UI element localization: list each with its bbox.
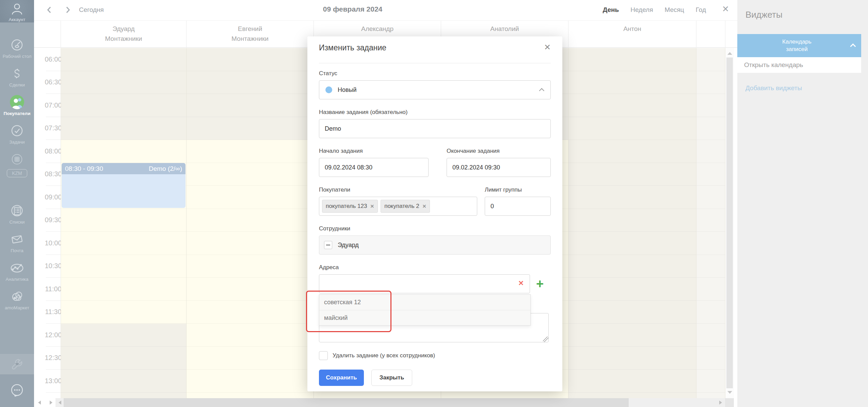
add-address-icon[interactable]: + [536,279,544,289]
pager-right-icon[interactable] [50,401,52,405]
address-input[interactable] [319,274,530,293]
sidebar-item-mail[interactable]: Почта [0,228,34,257]
sidebar-item-analytics[interactable]: Аналитика [0,257,34,286]
remove-employee-checkbox[interactable] [324,241,332,249]
calendar-cell[interactable] [187,324,314,347]
collapse-chevron-up-icon[interactable] [846,44,861,48]
calendar-cell[interactable] [61,232,186,255]
view-tab-Год[interactable]: Год [696,6,706,14]
cancel-button[interactable]: Закрыть [371,370,412,386]
calendar-cell[interactable] [187,209,314,232]
calendar-cell[interactable] [61,48,186,71]
sidebar-item-amomarket[interactable]: amoМаркет [0,286,34,314]
sidebar-item-deals[interactable]: Сделки [0,63,34,91]
calendar-cell[interactable] [568,393,696,398]
calendar-cell[interactable] [61,324,186,347]
sidebar-item-customers[interactable]: Покупатели [0,91,34,120]
calendar-cell[interactable] [568,278,696,301]
calendar-cell[interactable] [568,209,696,232]
calendar-cell[interactable] [187,48,314,71]
calendar-cell[interactable] [187,140,314,163]
widget-calendar-card-header[interactable]: Календарь записей [737,34,861,57]
scroll-left-icon[interactable] [59,401,61,405]
calendar-event[interactable]: 08:30 - 09:30 Demo (2/∞) [62,163,186,208]
calendar-cell[interactable] [568,48,696,71]
calendar-cell[interactable] [61,255,186,278]
clear-address-icon[interactable]: ✕ [518,280,524,287]
calendar-cell[interactable] [61,209,186,232]
task-name-input[interactable] [319,119,551,138]
calendar-cell[interactable] [187,232,314,255]
group-limit-input[interactable] [485,197,551,216]
sidebar-item-support-chat[interactable] [0,374,34,407]
calendar-cell[interactable] [61,117,186,140]
vertical-scroll-thumb[interactable] [726,58,733,388]
pager-left-icon[interactable] [38,401,41,405]
delete-task-checkbox[interactable] [319,351,328,360]
address-option[interactable]: майский [319,310,530,325]
status-select[interactable]: Новый [319,80,551,99]
calendar-cell[interactable] [568,71,696,94]
calendar-cell[interactable] [568,324,696,347]
calendar-cell[interactable] [568,255,696,278]
scroll-right-icon[interactable] [719,401,722,405]
sidebar-item-settings[interactable] [0,354,34,374]
sidebar-item-kzm[interactable]: KZM [0,148,34,181]
save-button[interactable]: Сохранить [319,370,364,386]
calendar-cell[interactable] [187,163,314,186]
calendar-cell[interactable] [61,370,186,393]
close-calendar-icon[interactable]: ✕ [722,4,729,14]
calendar-cell[interactable] [61,278,186,301]
today-button[interactable]: Сегодня [79,6,104,14]
sidebar-item-lists[interactable]: Списки [0,200,34,228]
chevron-left-icon[interactable] [44,5,54,15]
scroll-down-icon[interactable] [727,391,732,394]
view-tab-День[interactable]: День [603,6,619,14]
calendar-cell[interactable] [568,301,696,324]
calendar-cell[interactable] [187,370,314,393]
calendar-cell[interactable] [187,94,314,117]
calendar-cell[interactable] [568,163,696,186]
calendar-cell[interactable] [61,71,186,94]
calendar-cell[interactable] [568,117,696,140]
calendar-cell[interactable] [568,94,696,117]
sidebar-item-dashboard[interactable]: Рабочий стол [0,34,34,63]
sidebar-account[interactable]: Аккаунт [0,0,34,22]
buyer-tag[interactable]: покупатель 123✕ [322,200,378,213]
calendar-cell[interactable] [61,301,186,324]
add-widgets-link[interactable]: Добавить виджеты [745,84,802,92]
calendar-cell[interactable] [568,370,696,393]
view-tab-Месяц[interactable]: Месяц [664,6,684,14]
buyers-input[interactable]: покупатель 123✕покупатель 2✕ [319,197,477,216]
calendar-cell[interactable] [61,140,186,163]
calendar-cell[interactable] [61,94,186,117]
horizontal-scroll-thumb[interactable] [64,398,629,407]
calendar-cell[interactable] [187,347,314,370]
view-tab-Неделя[interactable]: Неделя [630,6,653,14]
horizontal-scroll-track[interactable] [55,398,725,407]
end-input[interactable] [447,158,551,177]
calendar-cell[interactable] [61,347,186,370]
buyer-tag[interactable]: покупатель 2✕ [381,200,430,213]
remove-tag-icon[interactable]: ✕ [370,204,374,209]
open-calendar-button[interactable]: Открыть календарь [737,57,861,73]
calendar-cell[interactable] [187,278,314,301]
calendar-cell[interactable] [568,186,696,209]
calendar-cell[interactable] [568,347,696,370]
modal-close-icon[interactable]: ✕ [544,43,551,51]
calendar-cell[interactable] [187,186,314,209]
calendar-cell[interactable] [568,140,696,163]
calendar-cell[interactable] [187,71,314,94]
sidebar-item-tasks[interactable]: Задачи [0,120,34,148]
scroll-up-icon[interactable] [727,52,732,55]
chevron-right-icon[interactable] [63,5,73,15]
calendar-cell[interactable] [187,255,314,278]
remove-tag-icon[interactable]: ✕ [422,204,427,209]
calendar-cell[interactable] [187,117,314,140]
calendar-cell[interactable] [187,393,314,398]
address-option[interactable]: советская 12 [319,295,530,310]
calendar-cell[interactable] [568,232,696,255]
calendar-cell[interactable] [441,393,568,398]
calendar-cell[interactable] [314,393,441,398]
calendar-cell[interactable] [187,301,314,324]
